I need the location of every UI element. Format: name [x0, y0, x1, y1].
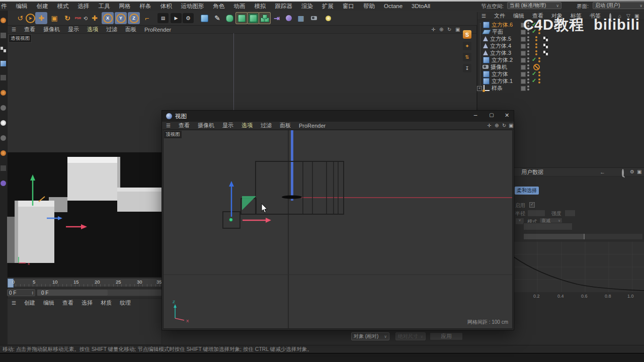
subdivision-surface-icon[interactable]	[223, 12, 235, 24]
texture-tag[interactable]	[543, 50, 548, 56]
enabled-check-icon[interactable]: ✓	[532, 70, 536, 77]
layer-chip[interactable]	[521, 44, 526, 49]
axis-z-lock-icon[interactable]: Z	[128, 12, 140, 24]
radius-field[interactable]	[527, 210, 545, 217]
axis-y-lock-icon[interactable]: Y	[115, 12, 127, 24]
menu-octane[interactable]: Octane	[379, 3, 407, 9]
tab-soft-selection[interactable]: 柔和选择	[515, 187, 539, 195]
workplane-icon[interactable]: ⌐	[141, 12, 153, 24]
menu-spline[interactable]: 样条	[135, 3, 156, 10]
close-button[interactable]: ✕	[500, 112, 514, 119]
stairs-wireframe[interactable]	[223, 161, 344, 228]
layer-chip[interactable]	[521, 58, 526, 63]
menu-edit[interactable]: 编辑	[12, 3, 32, 10]
float-window-titlebar[interactable]: 视图 – ▢ ✕	[162, 111, 514, 122]
enabled-check-icon[interactable]: ✓	[532, 77, 536, 84]
visibility-dots[interactable]	[527, 64, 529, 66]
menu-3dtoall[interactable]: 3DtoAll	[407, 3, 435, 9]
falloff-field[interactable]	[523, 223, 573, 230]
zoom-icon[interactable]: ⊕	[439, 27, 443, 32]
viewport-menu-options[interactable]: 选项	[83, 26, 102, 33]
back-arrow-icon[interactable]: ←	[600, 169, 605, 175]
viewport-menu-display[interactable]: 显示	[64, 26, 83, 33]
left-dock-icon[interactable]	[1, 61, 6, 66]
axis-tool-icon[interactable]: ✚	[90, 12, 100, 24]
material-menu-edit[interactable]: 编辑	[39, 299, 58, 307]
menu-window[interactable]: 窗口	[338, 3, 359, 10]
menu-volume[interactable]: 体积	[156, 3, 177, 10]
left-dock-icon[interactable]	[1, 33, 6, 38]
strength-field[interactable]	[565, 210, 576, 217]
hamburger-icon[interactable]: ☰	[477, 13, 490, 19]
expand-icon[interactable]: +	[477, 86, 482, 91]
hamburger-icon[interactable]: ☰	[162, 123, 175, 128]
left-dock-icon[interactable]	[1, 90, 6, 96]
anim-dots[interactable]	[535, 43, 537, 45]
visibility-dots[interactable]	[527, 57, 529, 59]
toggle-view-icon[interactable]: ▣	[455, 27, 460, 32]
viewport-menu-prorender[interactable]: ProRender	[140, 27, 175, 33]
floor-environment-icon[interactable]: ▦	[295, 12, 307, 24]
layer-chip[interactable]	[521, 86, 526, 91]
menu-create[interactable]: 创建	[32, 3, 53, 10]
fw-menu-display[interactable]: 显示	[218, 122, 237, 129]
render-view-icon[interactable]: ▤	[157, 12, 169, 24]
scale-tool-icon[interactable]: ▣	[48, 12, 60, 24]
texture-tag[interactable]	[543, 36, 548, 42]
left-dock-icon[interactable]	[1, 180, 6, 186]
material-menu-select[interactable]: 选择	[77, 299, 97, 307]
object-row-cube5[interactable]: 立方体.5	[477, 35, 643, 42]
menu-render[interactable]: 渲染	[297, 3, 317, 10]
coords-mode-dropdown[interactable]: 对象 (相对) ∨	[351, 332, 389, 340]
anim-dots[interactable]	[535, 36, 537, 38]
material-menu-texture[interactable]: 纹理	[116, 299, 135, 307]
live-selection-icon[interactable]: ➤	[24, 12, 36, 24]
protection-tag[interactable]	[533, 64, 540, 70]
move-gizmo[interactable]: x	[8, 151, 163, 275]
hamburger-icon[interactable]: ☰	[8, 300, 20, 306]
anim-dots[interactable]	[535, 50, 537, 52]
left-dock-icon[interactable]	[1, 135, 6, 141]
slider-handle[interactable]	[584, 234, 585, 239]
rotate-view-icon[interactable]: ↻	[502, 123, 506, 128]
fw-menu-panel[interactable]: 面板	[276, 122, 295, 129]
rotate-tool-icon[interactable]: ↻	[61, 12, 73, 24]
fw-menu-filter[interactable]: 过滤	[257, 122, 276, 129]
deformer-icon[interactable]	[283, 12, 295, 24]
menu-mesh[interactable]: 网格	[115, 3, 135, 10]
viewport-menu-camera[interactable]: 摄像机	[39, 26, 64, 33]
visibility-dots[interactable]	[527, 50, 529, 52]
viewport-label[interactable]: 透视视图	[9, 34, 32, 43]
object-row-cube1[interactable]: 立方体.1 ✓	[477, 77, 643, 84]
gear-icon[interactable]: ⚙	[630, 169, 634, 174]
fw-menu-view[interactable]: 查看	[175, 122, 194, 129]
search-icon[interactable]	[622, 170, 624, 176]
maximize-button[interactable]: ▢	[484, 112, 499, 118]
render-settings-icon[interactable]: ⚙	[182, 12, 194, 24]
material-menu-material[interactable]: 材质	[97, 299, 116, 307]
cage-deformer-icon[interactable]	[247, 12, 259, 24]
attr-menu-userdata[interactable]: 用户数据	[517, 168, 547, 176]
panel-icon[interactable]: ▣	[637, 169, 641, 174]
apply-button[interactable]: 应用	[430, 332, 463, 340]
visibility-dots[interactable]	[527, 78, 529, 80]
menu-tools[interactable]: 工具	[94, 3, 115, 10]
enable-checkbox[interactable]: ✓	[529, 202, 535, 208]
anim-dots[interactable]	[538, 78, 540, 80]
top-view-canvas[interactable]: Z X	[164, 130, 513, 329]
om-menu-file[interactable]: 文件	[490, 12, 509, 20]
primitive-cube-icon[interactable]	[198, 12, 210, 24]
menu-animate[interactable]: 动画	[229, 3, 250, 10]
object-row-camera[interactable]: 摄像机	[477, 63, 643, 70]
viewport-menu-panel[interactable]: 面板	[121, 26, 140, 33]
move-tool-icon[interactable]: ✚	[35, 12, 47, 24]
material-menu-view[interactable]: 查看	[58, 299, 77, 307]
rotate-view-icon[interactable]: ↻	[447, 27, 451, 32]
fw-menu-prorender[interactable]: ProRender	[295, 123, 330, 129]
viewport-menu-filter[interactable]: 过滤	[102, 26, 121, 33]
move-gizmo[interactable]	[229, 181, 271, 223]
plugin-download-icon[interactable]: ↧	[463, 64, 471, 72]
layer-chip[interactable]	[521, 79, 526, 84]
object-row-cube4[interactable]: 立方体.4	[477, 42, 643, 49]
fw-menu-options[interactable]: 选项	[237, 122, 257, 129]
